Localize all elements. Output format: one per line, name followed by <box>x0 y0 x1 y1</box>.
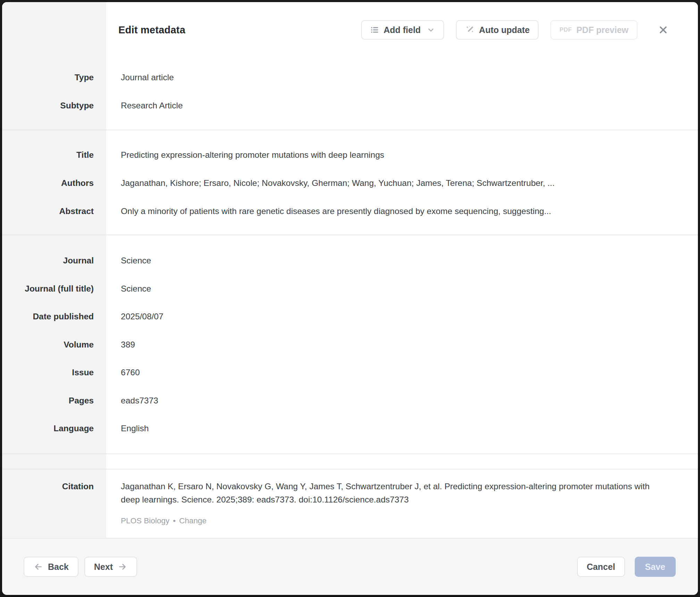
field-row-type: Type Journal article <box>2 63 698 91</box>
section-journal: Journal Science Journal (full title) Sci… <box>2 235 698 453</box>
citation-text[interactable]: Jaganathan K, Ersaro N, Novakovsky G, Wa… <box>106 480 652 506</box>
field-row-language: Language English <box>2 415 698 443</box>
auto-update-label: Auto update <box>479 25 530 35</box>
field-label: Journal <box>2 256 106 265</box>
section-title: Title Predicting expression-altering pro… <box>2 130 698 235</box>
dialog-title: Edit metadata <box>118 20 185 40</box>
change-citation-style-link[interactable]: Change <box>179 514 207 528</box>
field-row-subtype: Subtype Research Article <box>2 91 698 120</box>
pdf-preview-button[interactable]: PDF PDF preview <box>550 20 638 40</box>
citation-style-row: PLOS Biology • Change <box>106 514 698 528</box>
field-label: Volume <box>2 340 106 350</box>
field-row-volume: Volume 389 <box>2 331 698 359</box>
field-value-volume[interactable]: 389 <box>106 340 698 350</box>
field-value-type[interactable]: Journal article <box>106 73 698 82</box>
field-value-journal-full-title[interactable]: Science <box>106 284 698 294</box>
save-label: Save <box>645 562 665 572</box>
edit-metadata-dialog: Edit metadata Add field <box>2 2 698 595</box>
back-button[interactable]: Back <box>24 557 78 577</box>
add-field-button[interactable]: Add field <box>361 20 444 40</box>
dialog-header: Edit metadata Add field <box>2 2 698 63</box>
field-value-abstract[interactable]: Only a minority of patients with rare ge… <box>106 206 698 216</box>
field-row-date-published: Date published 2025/08/07 <box>2 303 698 331</box>
cancel-label: Cancel <box>587 562 615 572</box>
pdf-preview-label: PDF preview <box>576 25 628 35</box>
field-value-issue[interactable]: 6760 <box>106 368 698 377</box>
field-value-subtype[interactable]: Research Article <box>106 101 698 111</box>
field-row-journal: Journal Science <box>2 247 698 275</box>
section-type: Edit metadata Add field <box>2 2 698 130</box>
field-label: Date published <box>2 312 106 321</box>
back-label: Back <box>48 562 69 572</box>
field-row-abstract: Abstract Only a minority of patients wit… <box>2 197 698 225</box>
field-label: Subtype <box>2 101 106 111</box>
close-button[interactable] <box>656 20 670 40</box>
field-label: Abstract <box>2 206 106 216</box>
field-label: Language <box>2 424 106 433</box>
cancel-button[interactable]: Cancel <box>577 557 625 577</box>
field-label: Title <box>2 150 106 160</box>
magic-wand-icon <box>465 25 475 35</box>
field-value-pages[interactable]: eads7373 <box>106 396 698 406</box>
save-button[interactable]: Save <box>635 557 676 577</box>
next-label: Next <box>94 562 113 572</box>
citation-block: Jaganathan K, Ersaro N, Novakovsky G, Wa… <box>106 480 698 528</box>
field-label: Authors <box>2 178 106 188</box>
auto-update-button[interactable]: Auto update <box>456 20 539 40</box>
field-label: Issue <box>2 368 106 377</box>
field-row-pages: Pages eads7373 <box>2 387 698 415</box>
field-label: Pages <box>2 396 106 406</box>
field-row-authors: Authors Jaganathan, Kishore; Ersaro, Nic… <box>2 169 698 197</box>
arrow-left-icon <box>33 562 43 572</box>
dot-separator: • <box>173 514 176 528</box>
add-field-label: Add field <box>384 25 421 35</box>
list-icon <box>370 25 379 34</box>
field-row-citation: Citation Jaganathan K, Ersaro N, Novakov… <box>2 469 698 528</box>
field-row-journal-full-title: Journal (full title) Science <box>2 275 698 303</box>
field-row-issue: Issue 6760 <box>2 359 698 387</box>
citation-style-name: PLOS Biology <box>121 514 169 528</box>
section-spacer <box>2 453 698 469</box>
field-label: Type <box>2 73 106 82</box>
field-row-title: Title Predicting expression-altering pro… <box>2 141 698 169</box>
arrow-right-icon <box>118 562 127 572</box>
header-buttons: Add field <box>361 20 638 40</box>
field-value-journal[interactable]: Science <box>106 256 698 265</box>
field-value-title[interactable]: Predicting expression-altering promoter … <box>106 150 698 160</box>
field-value-language[interactable]: English <box>106 424 698 433</box>
chevron-down-icon <box>427 26 435 34</box>
close-icon <box>658 24 669 35</box>
field-label: Journal (full title) <box>2 284 106 294</box>
pdf-icon: PDF <box>559 26 572 33</box>
dialog-footer: Back Next Cancel Save <box>2 538 698 595</box>
next-button[interactable]: Next <box>84 557 137 577</box>
field-label: Citation <box>2 480 106 528</box>
field-value-date-published[interactable]: 2025/08/07 <box>106 312 698 321</box>
field-value-authors[interactable]: Jaganathan, Kishore; Ersaro, Nicole; Nov… <box>106 178 698 188</box>
section-citation: Citation Jaganathan K, Ersaro N, Novakov… <box>2 469 698 538</box>
